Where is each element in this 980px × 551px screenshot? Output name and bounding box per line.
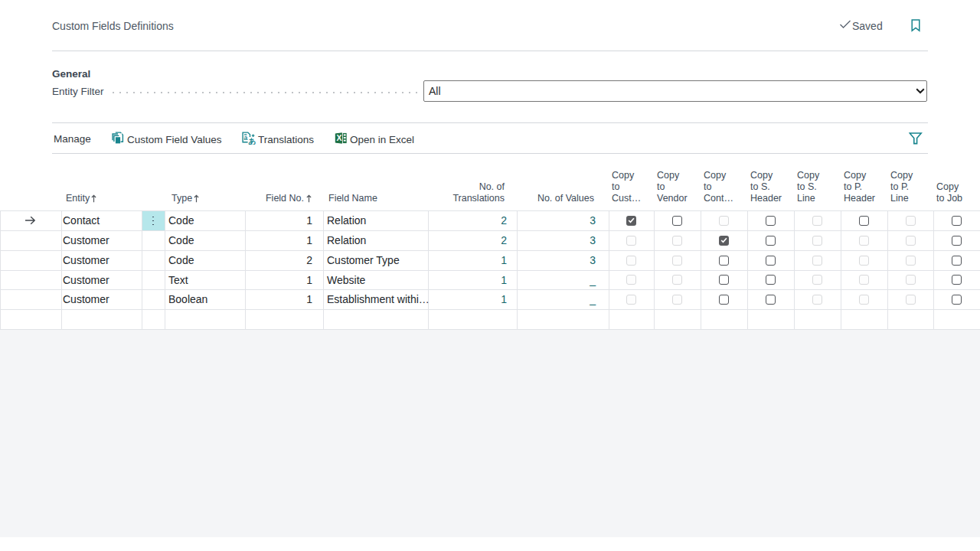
- svg-text:a: a: [244, 134, 248, 142]
- svg-text:X: X: [337, 133, 342, 142]
- svg-text:あ: あ: [249, 137, 256, 145]
